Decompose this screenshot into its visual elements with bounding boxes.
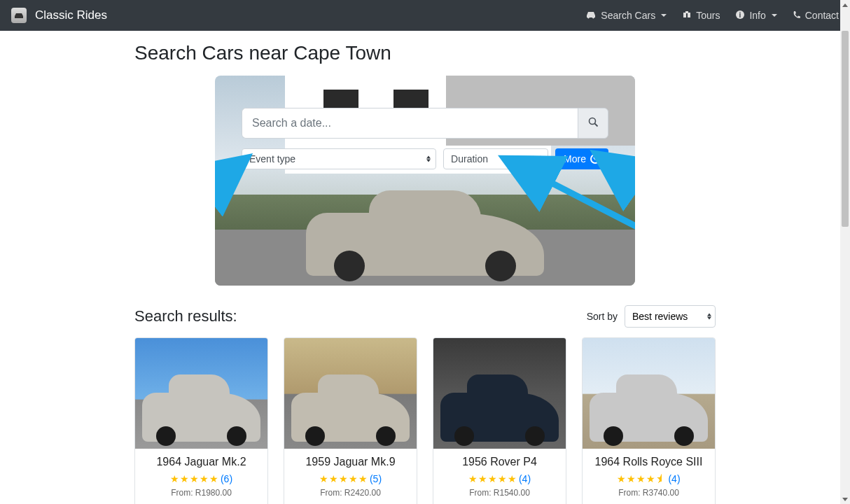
scrollbar[interactable] [840, 0, 850, 504]
car-title[interactable]: 1959 Jaguar Mk.9 [291, 456, 410, 468]
duration-select[interactable]: Duration [443, 148, 548, 169]
select-caret-icon [707, 314, 711, 320]
svg-line-3 [594, 124, 597, 127]
chevron-down-icon [772, 14, 777, 17]
car-image[interactable] [284, 338, 417, 449]
hero-background-image [215, 76, 635, 286]
results-grid: 1964 Jaguar Mk.2 ★★★★★(6) From: R1980.00… [134, 337, 716, 504]
star-rating: ★★★★★ [170, 473, 219, 484]
nav-info[interactable]: i Info [735, 10, 776, 22]
binoculars-icon [682, 10, 692, 21]
car-card: 1956 Rover P4 ★★★★★(4) From: R1540.00 Ge… [433, 337, 566, 504]
review-count[interactable]: (5) [370, 473, 382, 484]
logo-icon [11, 8, 27, 23]
chevron-down-circle-icon [590, 154, 600, 164]
phone-icon [793, 10, 801, 21]
scroll-up-icon[interactable] [840, 0, 850, 10]
price-from: From: R3740.00 [590, 488, 708, 498]
page-title: Search Cars near Cape Town [134, 42, 716, 64]
car-title[interactable]: 1956 Rover P4 [440, 456, 559, 468]
svg-point-2 [589, 118, 595, 125]
select-caret-icon [426, 156, 431, 162]
star-rating: ★★★★⯨ [617, 473, 667, 484]
nav-contact[interactable]: Contact [793, 10, 839, 21]
nav-tours[interactable]: Tours [682, 10, 720, 21]
car-icon [585, 10, 597, 21]
review-count[interactable]: (4) [519, 473, 531, 484]
nav-info-label: Info [749, 10, 765, 21]
more-filters-button[interactable]: More [555, 148, 608, 169]
car-image[interactable] [583, 338, 715, 449]
more-label: More [564, 153, 586, 164]
search-button[interactable] [578, 108, 608, 139]
search-controls: Event type Duration More [242, 108, 608, 169]
price-from: From: R2420.00 [291, 488, 410, 498]
price-from: From: R1980.00 [142, 488, 260, 498]
car-image[interactable] [433, 338, 566, 449]
navbar: Classic Rides Search Cars Tours i Info [0, 0, 850, 31]
chevron-down-icon [661, 14, 667, 17]
nav-tours-label: Tours [696, 10, 720, 21]
car-card: 1959 Jaguar Mk.9 ★★★★★(5) From: R2420.00… [284, 337, 417, 504]
scroll-down-icon[interactable] [840, 494, 850, 504]
car-image[interactable] [135, 338, 267, 449]
nav-contact-label: Contact [805, 10, 839, 21]
car-card: 1964 Jaguar Mk.2 ★★★★★(6) From: R1980.00… [134, 337, 268, 504]
review-count[interactable]: (6) [221, 473, 232, 484]
star-rating: ★★★★★ [468, 473, 517, 484]
event-type-select[interactable]: Event type [242, 148, 436, 169]
select-caret-icon [538, 156, 543, 162]
scroll-thumb[interactable] [842, 31, 849, 227]
sort-select[interactable]: Best reviews [625, 305, 716, 328]
svg-text:i: i [739, 11, 741, 19]
results-heading: Search results: [134, 307, 237, 326]
hero-search-panel: Event type Duration More [215, 76, 635, 286]
info-icon: i [735, 10, 745, 22]
car-card: 1964 Rolls Royce SIII ★★★★⯨(4) From: R37… [582, 337, 716, 504]
nav-search-cars-label: Search Cars [601, 10, 655, 21]
star-rating: ★★★★★ [319, 473, 368, 484]
sort-by-label: Sort by [587, 311, 618, 322]
nav-search-cars[interactable]: Search Cars [585, 10, 667, 21]
search-icon [588, 117, 599, 130]
brand-text: Classic Rides [35, 8, 107, 22]
car-title[interactable]: 1964 Jaguar Mk.2 [142, 456, 260, 468]
brand[interactable]: Classic Rides [11, 8, 107, 23]
price-from: From: R1540.00 [440, 488, 559, 498]
navbar-right: Search Cars Tours i Info Contact [585, 10, 839, 22]
car-title[interactable]: 1964 Rolls Royce SIII [590, 456, 708, 468]
date-search-input[interactable] [242, 108, 578, 139]
review-count[interactable]: (4) [668, 473, 680, 484]
